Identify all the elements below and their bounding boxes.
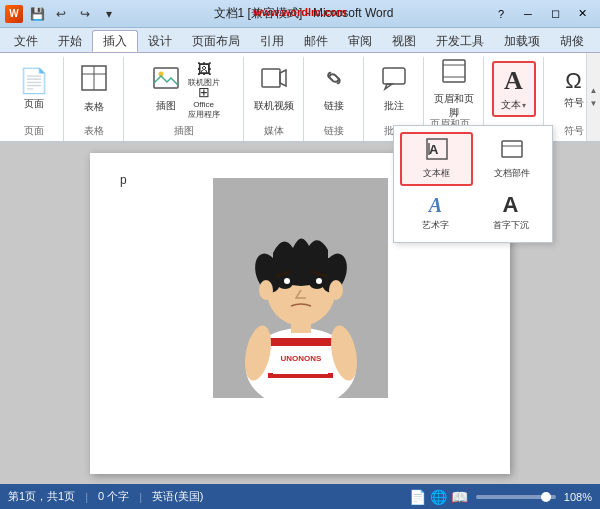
character-image bbox=[213, 178, 388, 398]
page-label: 页面 bbox=[24, 97, 44, 111]
dropcap-dd-btn[interactable]: A 首字下沉 bbox=[475, 190, 546, 236]
status-sep2: | bbox=[139, 491, 142, 503]
tab-review[interactable]: 审阅 bbox=[338, 30, 382, 52]
tab-file[interactable]: 文件 bbox=[4, 30, 48, 52]
zoom-thumb bbox=[541, 492, 551, 502]
page-icon: 📄 bbox=[19, 67, 49, 95]
view-icons: 📄 🌐 📖 bbox=[409, 489, 468, 505]
svg-rect-3 bbox=[154, 68, 178, 88]
office-logo: W bbox=[5, 5, 23, 23]
docparts-dd-btn[interactable]: 文档部件 bbox=[477, 132, 546, 186]
group-links: 链接 链接 bbox=[304, 57, 364, 141]
page-btn[interactable]: 📄 页面 bbox=[10, 61, 58, 117]
page-status: 第1页，共1页 bbox=[8, 489, 75, 504]
tab-view[interactable]: 视图 bbox=[382, 30, 426, 52]
group-page: 📄 页面 页面 bbox=[4, 57, 64, 141]
link-btn[interactable]: 链接 bbox=[310, 61, 358, 117]
svg-text:A: A bbox=[429, 142, 439, 157]
group-media: 联机视频 媒体 bbox=[244, 57, 304, 141]
status-bar: 第1页，共1页 | 0 个字 | 英语(美国) 📄 🌐 📖 108% bbox=[0, 484, 600, 509]
help-btn[interactable]: ? bbox=[488, 3, 514, 25]
scroll-up-arrow[interactable]: ▲ bbox=[587, 84, 600, 97]
tab-user[interactable]: 胡俊 bbox=[550, 30, 594, 52]
wordart-dd-label: 艺术字 bbox=[422, 219, 449, 232]
read-view-icon[interactable]: 📖 bbox=[451, 489, 468, 505]
text-dropdown-row2: A 艺术字 A 首字下沉 bbox=[400, 190, 546, 236]
table-btn[interactable]: 表格 bbox=[70, 61, 118, 117]
group-comments-buttons: 批注 bbox=[370, 57, 418, 124]
link-icon bbox=[321, 65, 347, 97]
wordart-dd-icon: A bbox=[429, 194, 442, 217]
svg-rect-9 bbox=[443, 60, 465, 82]
svg-marker-8 bbox=[385, 84, 392, 89]
group-text: A 文本 ▾ A 文本框 bbox=[484, 57, 544, 141]
text-dropdown-panel: A 文本框 文档部件 bbox=[393, 125, 553, 243]
svg-marker-6 bbox=[280, 70, 286, 86]
symbol-icon: Ω bbox=[565, 68, 581, 94]
tab-design[interactable]: 设计 bbox=[138, 30, 182, 52]
text-label-row: 文本 ▾ bbox=[501, 98, 526, 112]
minimize-btn[interactable]: ─ bbox=[515, 3, 541, 25]
video-label: 联机视频 bbox=[254, 99, 294, 113]
small-buttons-col: 🖼 联机图片 ⊞ Office应用程序 bbox=[188, 61, 220, 115]
tab-home[interactable]: 开始 bbox=[48, 30, 92, 52]
textbox-dd-icon: A bbox=[426, 138, 448, 165]
group-media-label: 媒体 bbox=[264, 124, 284, 138]
group-symbol-label: 符号 bbox=[564, 124, 584, 138]
window-controls: ? ─ ◻ ✕ bbox=[488, 3, 595, 25]
group-table-label: 表格 bbox=[84, 124, 104, 138]
ribbon: 📄 页面 页面 表格 表格 bbox=[0, 53, 600, 143]
online-picture-icon: 🖼 bbox=[197, 61, 211, 77]
tab-page-layout[interactable]: 页面布局 bbox=[182, 30, 250, 52]
ribbon-scroll[interactable]: ▲ ▼ bbox=[586, 53, 600, 141]
group-links-buttons: 链接 bbox=[310, 57, 358, 124]
web-view-icon[interactable]: 🌐 bbox=[430, 489, 447, 505]
undo-qat-btn[interactable]: ↩ bbox=[51, 4, 71, 24]
tab-addins[interactable]: 加载项 bbox=[494, 30, 550, 52]
dropcap-dd-label: 首字下沉 bbox=[493, 219, 529, 232]
text-icon: A bbox=[504, 66, 523, 96]
docparts-dd-icon bbox=[501, 138, 523, 165]
tab-references[interactable]: 引用 bbox=[250, 30, 294, 52]
comment-label: 批注 bbox=[384, 99, 404, 113]
header-footer-btn[interactable]: 页眉和页脚 bbox=[432, 61, 476, 117]
text-btn[interactable]: A 文本 ▾ bbox=[492, 61, 536, 117]
status-sep1: | bbox=[85, 491, 88, 503]
status-right: 📄 🌐 📖 108% bbox=[409, 489, 592, 505]
scroll-down-arrow[interactable]: ▼ bbox=[587, 97, 600, 110]
video-icon bbox=[261, 65, 287, 97]
textbox-dd-btn[interactable]: A 文本框 bbox=[400, 132, 473, 186]
tab-mail[interactable]: 邮件 bbox=[294, 30, 338, 52]
dropcap-dd-icon: A bbox=[503, 194, 519, 217]
symbol-label: 符号 bbox=[564, 96, 584, 110]
link-label: 链接 bbox=[324, 99, 344, 113]
comment-icon bbox=[381, 65, 407, 97]
ribbon-tabs: 文件 开始 插入 设计 页面布局 引用 邮件 审阅 视图 开发工具 加载项 胡俊 bbox=[0, 28, 600, 53]
restore-btn[interactable]: ◻ bbox=[542, 3, 568, 25]
print-view-icon[interactable]: 📄 bbox=[409, 489, 426, 505]
zoom-level: 108% bbox=[564, 491, 592, 503]
close-btn[interactable]: ✕ bbox=[569, 3, 595, 25]
office-app-btn[interactable]: ⊞ Office应用程序 bbox=[188, 89, 220, 115]
customize-qat-btn[interactable]: ▾ bbox=[99, 4, 119, 24]
textbox-dd-label: 文本框 bbox=[423, 167, 450, 180]
lang-status: 英语(美国) bbox=[152, 489, 203, 504]
redo-qat-btn[interactable]: ↪ bbox=[75, 4, 95, 24]
save-qat-btn[interactable]: 💾 bbox=[27, 4, 47, 24]
page-status-text: 第1页，共1页 bbox=[8, 489, 75, 504]
group-media-buttons: 联机视频 bbox=[252, 57, 296, 124]
header-footer-icon bbox=[441, 58, 467, 90]
tab-dev[interactable]: 开发工具 bbox=[426, 30, 494, 52]
group-illustrations-buttons: 插图 🖼 联机图片 ⊞ Office应用程序 bbox=[148, 57, 220, 124]
comment-btn[interactable]: 批注 bbox=[370, 61, 418, 117]
zoom-slider[interactable] bbox=[476, 495, 556, 499]
docparts-dd-label: 文档部件 bbox=[494, 167, 530, 180]
office-app-icon: ⊞ bbox=[198, 84, 210, 100]
picture-btn[interactable]: 插图 bbox=[148, 61, 184, 117]
text-dropdown-row1: A 文本框 文档部件 bbox=[400, 132, 546, 186]
video-btn[interactable]: 联机视频 bbox=[252, 61, 296, 117]
words-status: 0 个字 bbox=[98, 489, 129, 504]
wordart-dd-btn[interactable]: A 艺术字 bbox=[400, 190, 471, 236]
tab-insert[interactable]: 插入 bbox=[92, 30, 138, 52]
text-dropdown-arrow[interactable]: ▾ bbox=[522, 101, 526, 110]
